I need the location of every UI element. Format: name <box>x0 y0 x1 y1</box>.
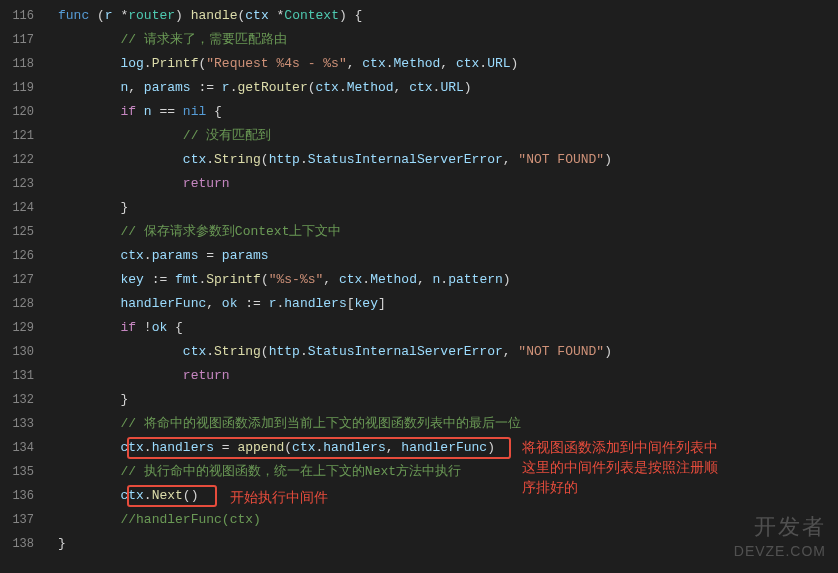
code-line[interactable]: n, params := r.getRouter(ctx.Method, ctx… <box>58 76 838 100</box>
code-line[interactable]: } <box>58 196 838 220</box>
code-line[interactable]: //handlerFunc(ctx) <box>58 508 838 532</box>
line-number: 128 <box>0 292 34 316</box>
code-line[interactable]: ctx.String(http.StatusInternalServerErro… <box>58 340 838 364</box>
line-number: 129 <box>0 316 34 340</box>
line-number: 137 <box>0 508 34 532</box>
code-line[interactable]: func (r *router) handle(ctx *Context) { <box>58 4 838 28</box>
code-line[interactable]: // 请求来了，需要匹配路由 <box>58 28 838 52</box>
code-line[interactable]: ctx.params = params <box>58 244 838 268</box>
line-number: 122 <box>0 148 34 172</box>
code-line[interactable]: } <box>58 532 838 556</box>
code-line[interactable]: if !ok { <box>58 316 838 340</box>
line-number: 119 <box>0 76 34 100</box>
line-number: 117 <box>0 28 34 52</box>
annotation-append: 将视图函数添加到中间件列表中这里的中间件列表是按照注册顺序排好的 <box>522 437 742 497</box>
line-number: 120 <box>0 100 34 124</box>
line-number: 134 <box>0 436 34 460</box>
line-number: 118 <box>0 52 34 76</box>
watermark-sub: DEVZE.COM <box>734 539 826 563</box>
line-number: 138 <box>0 532 34 556</box>
line-number: 126 <box>0 244 34 268</box>
code-line[interactable]: log.Printf("Request %4s - %s", ctx.Metho… <box>58 52 838 76</box>
annotation-next: 开始执行中间件 <box>230 487 328 507</box>
line-number: 133 <box>0 412 34 436</box>
code-line[interactable]: // 没有匹配到 <box>58 124 838 148</box>
code-line[interactable]: key := fmt.Sprintf("%s-%s", ctx.Method, … <box>58 268 838 292</box>
code-line[interactable]: } <box>58 388 838 412</box>
line-number-gutter: 1161171181191201211221231241251261271281… <box>0 0 50 573</box>
line-number: 121 <box>0 124 34 148</box>
line-number: 131 <box>0 364 34 388</box>
watermark: 开发者 DEVZE.COM <box>734 515 826 563</box>
code-line[interactable]: handlerFunc, ok := r.handlers[key] <box>58 292 838 316</box>
watermark-main: 开发者 <box>734 515 826 539</box>
line-number: 127 <box>0 268 34 292</box>
line-number: 135 <box>0 460 34 484</box>
line-number: 132 <box>0 388 34 412</box>
code-line[interactable]: // 保存请求参数到Context上下文中 <box>58 220 838 244</box>
line-number: 136 <box>0 484 34 508</box>
code-line[interactable]: // 将命中的视图函数添加到当前上下文的视图函数列表中的最后一位 <box>58 412 838 436</box>
line-number: 123 <box>0 172 34 196</box>
code-line[interactable]: return <box>58 364 838 388</box>
line-number: 130 <box>0 340 34 364</box>
code-line[interactable]: if n == nil { <box>58 100 838 124</box>
line-number: 124 <box>0 196 34 220</box>
code-line[interactable]: return <box>58 172 838 196</box>
line-number: 116 <box>0 4 34 28</box>
line-number: 125 <box>0 220 34 244</box>
code-line[interactable]: ctx.String(http.StatusInternalServerErro… <box>58 148 838 172</box>
